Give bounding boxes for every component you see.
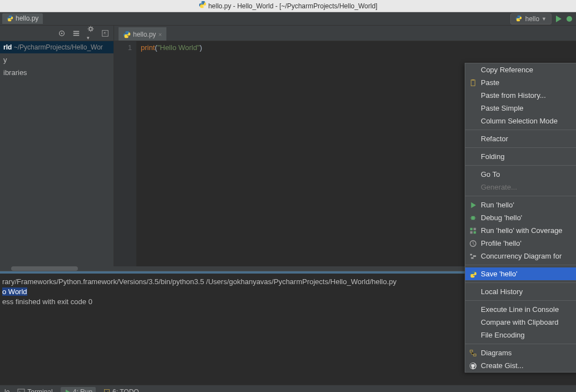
collapse-all-icon[interactable] — [72, 29, 80, 37]
svg-rect-13 — [471, 80, 475, 86]
svg-rect-18 — [470, 231, 472, 234]
svg-point-0 — [201, 2, 201, 2]
svg-rect-19 — [474, 231, 476, 234]
coverage-icon — [469, 226, 477, 235]
menu-paste[interactable]: Paste — [465, 76, 576, 89]
menu-goto[interactable]: Go To — [465, 168, 576, 181]
settings-gear-icon[interactable]: ▾ — [87, 25, 95, 41]
menu-column-selection[interactable]: Column Selection Mode — [465, 115, 576, 127]
menu-save[interactable]: Save 'hello' — [465, 267, 576, 280]
editor-tab-hello[interactable]: hello.py × — [119, 27, 166, 41]
top-toolbar: hello.py hello ▼ — [0, 12, 576, 26]
svg-rect-17 — [474, 228, 476, 230]
svg-rect-16 — [470, 228, 472, 230]
bottom-tool-tabs: le Terminal 4: Run 6: TODO — [0, 385, 576, 392]
menu-folding[interactable]: Folding — [465, 150, 576, 163]
svg-rect-21 — [470, 254, 472, 256]
svg-point-1 — [203, 7, 204, 7]
bug-icon — [469, 214, 477, 222]
menu-separator — [465, 196, 576, 196]
svg-rect-22 — [473, 255, 476, 257]
menu-compare-clipboard[interactable]: Compare with Clipboard — [465, 316, 576, 329]
menu-separator — [465, 344, 576, 344]
scroll-from-source-icon[interactable] — [58, 29, 66, 37]
menu-separator — [465, 265, 576, 265]
editor-context-menu: Copy Reference Paste Paste from History.… — [465, 63, 576, 373]
menu-generate: Generate... — [465, 181, 576, 193]
play-icon — [64, 389, 71, 393]
menu-profile[interactable]: Profile 'hello' — [465, 237, 576, 250]
tab-terminal[interactable]: Terminal — [17, 388, 52, 393]
concurrency-icon — [469, 252, 477, 261]
svg-rect-11 — [18, 389, 24, 392]
python-file-icon — [199, 1, 206, 8]
editor-gutter: 1 — [114, 41, 136, 266]
menu-diagrams[interactable]: Diagrams — [465, 346, 576, 359]
menu-execute-line[interactable]: Execute Line in Console — [465, 303, 576, 316]
nav-tab-file[interactable]: hello.py — [2, 13, 43, 24]
menu-separator — [465, 165, 576, 166]
profile-icon — [469, 239, 477, 248]
menu-run[interactable]: Run 'hello' — [465, 199, 576, 211]
menu-concurrency[interactable]: Concurrency Diagram for — [465, 250, 576, 262]
todo-icon — [104, 389, 110, 393]
menu-separator — [465, 147, 576, 148]
svg-rect-25 — [474, 354, 476, 356]
menu-paste-history[interactable]: Paste from History... — [465, 89, 576, 102]
svg-rect-23 — [471, 257, 474, 259]
project-sidebar[interactable]: rld ~/PycharmProjects/Hello_Wor y ibrari… — [0, 41, 114, 266]
diagram-icon — [469, 349, 477, 358]
menu-create-gist[interactable]: Create Gist... — [465, 359, 576, 372]
menu-separator — [465, 300, 576, 301]
tree-item[interactable]: y — [0, 53, 114, 66]
svg-rect-14 — [472, 80, 474, 81]
svg-rect-6 — [73, 31, 80, 32]
menu-separator — [465, 130, 576, 130]
svg-rect-24 — [470, 350, 472, 353]
hide-panel-icon[interactable] — [101, 29, 109, 37]
svg-point-5 — [61, 32, 63, 34]
svg-rect-8 — [73, 34, 80, 36]
menu-file-encoding[interactable]: File Encoding — [465, 329, 576, 341]
chevron-down-icon: ▾ — [87, 35, 90, 41]
paste-icon — [469, 78, 477, 87]
project-root[interactable]: rld ~/PycharmProjects/Hello_Wor — [0, 41, 114, 53]
scrollbar-thumb[interactable] — [11, 266, 78, 271]
tab-python-console[interactable]: le — [4, 388, 9, 393]
tab-todo[interactable]: 6: TODO — [104, 388, 139, 393]
menu-coverage[interactable]: Run 'hello' with Coverage — [465, 224, 576, 237]
python-icon — [469, 270, 477, 279]
menu-copy-reference[interactable]: Copy Reference — [465, 63, 576, 76]
python-icon — [515, 15, 523, 23]
python-file-icon — [7, 15, 14, 23]
python-file-icon — [123, 31, 131, 38]
svg-point-9 — [89, 27, 92, 30]
terminal-icon — [17, 389, 25, 393]
debug-button[interactable] — [565, 14, 574, 23]
menu-refactor[interactable]: Refactor — [465, 132, 576, 145]
menu-separator — [465, 282, 576, 283]
menu-local-history[interactable]: Local History — [465, 285, 576, 298]
play-icon — [469, 201, 477, 210]
chevron-down-icon: ▼ — [541, 16, 547, 22]
close-tab-icon[interactable]: × — [158, 31, 161, 38]
project-toolbar-row: ▾ hello.py × — [0, 26, 576, 41]
github-icon — [469, 361, 477, 370]
svg-point-3 — [567, 16, 572, 22]
window-title: hello.py - Hello_World - [~/PycharmProje… — [208, 2, 377, 10]
svg-rect-7 — [73, 33, 80, 34]
run-config-select[interactable]: hello ▼ — [510, 13, 552, 24]
menu-debug[interactable]: Debug 'hello' — [465, 211, 576, 224]
tree-item[interactable]: ibraries — [0, 66, 114, 79]
window-titlebar: hello.py - Hello_World - [~/PycharmProje… — [0, 0, 576, 12]
run-button[interactable] — [554, 14, 563, 23]
menu-paste-simple[interactable]: Paste Simple — [465, 102, 576, 115]
tab-run[interactable]: 4: Run — [61, 387, 96, 393]
